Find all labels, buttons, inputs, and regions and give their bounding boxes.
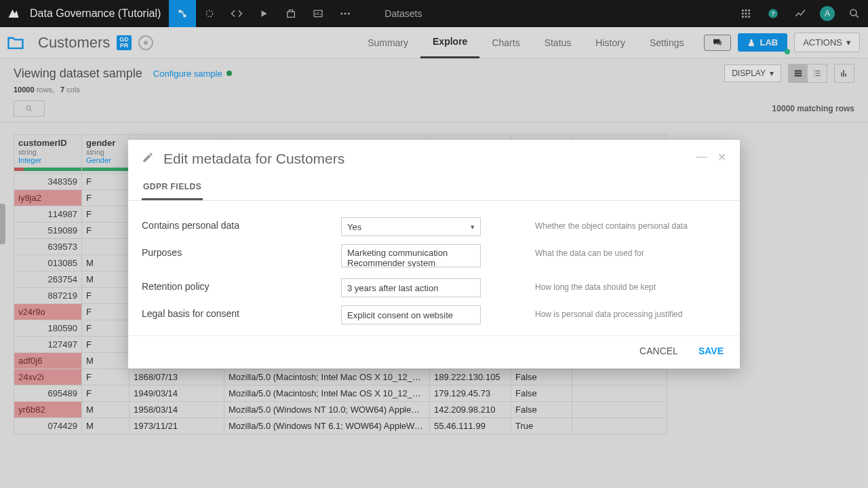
field-desc: How long the data should be kept — [481, 278, 726, 292]
minimize-icon[interactable]: — — [696, 151, 707, 163]
legal-input[interactable] — [341, 305, 481, 324]
save-button[interactable]: SAVE — [698, 345, 724, 356]
modal-header: Edit metadata for Customers — ✕ — [128, 140, 740, 178]
field-label: Purposes — [142, 244, 341, 258]
field-retention: Retention policy How long the data shoul… — [142, 274, 726, 301]
modal-tab-gdpr[interactable]: GDPR FIELDS — [142, 178, 203, 200]
personal-data-select[interactable]: Yes — [341, 217, 481, 236]
field-desc: How is personal data processing justifie… — [481, 305, 726, 319]
modal-tabs: GDPR FIELDS — [128, 178, 740, 201]
field-purposes: Purposes What the data can be used for — [142, 240, 726, 274]
field-label: Retention policy — [142, 278, 341, 292]
field-desc: What the data can be used for — [481, 244, 726, 258]
field-label: Legal basis for consent — [142, 305, 341, 319]
field-contains-personal-data: Contains personal data Yes Whether the o… — [142, 213, 726, 240]
modal-footer: CANCEL SAVE — [128, 335, 740, 369]
retention-input[interactable] — [341, 278, 481, 297]
field-desc: Whether the object contains personal dat… — [481, 217, 726, 231]
edit-metadata-modal: Edit metadata for Customers — ✕ GDPR FIE… — [128, 140, 740, 369]
purposes-textarea[interactable] — [341, 244, 481, 267]
field-legal-basis: Legal basis for consent How is personal … — [142, 301, 726, 329]
cancel-button[interactable]: CANCEL — [639, 345, 678, 356]
modal-body: Contains personal data Yes Whether the o… — [128, 201, 740, 335]
field-label: Contains personal data — [142, 217, 341, 231]
close-icon[interactable]: ✕ — [717, 151, 726, 164]
modal-title: Edit metadata for Customers — [163, 151, 344, 167]
modal-overlay: Edit metadata for Customers — ✕ GDPR FIE… — [0, 0, 868, 488]
pencil-icon — [142, 151, 154, 166]
